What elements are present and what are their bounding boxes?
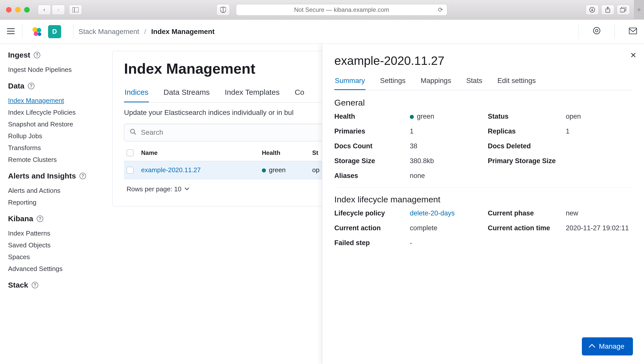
index-name-link[interactable]: example-2020.11.27 — [141, 166, 262, 174]
svg-point-10 — [32, 27, 37, 32]
sidebar-item[interactable]: Transforms — [8, 142, 97, 154]
help-icon[interactable]: ? — [32, 282, 38, 288]
svg-point-14 — [593, 27, 600, 34]
flyout-tab[interactable]: Summary — [334, 73, 366, 90]
flyout-tab[interactable]: Stats — [466, 73, 483, 90]
svg-point-12 — [34, 31, 38, 36]
manage-label: Manage — [599, 342, 624, 350]
label-failed-step: Failed step — [334, 239, 407, 247]
chevron-down-icon — [184, 185, 189, 193]
close-flyout-button[interactable]: ✕ — [630, 51, 636, 60]
sidebar-group-title: Alerts and Insights? — [8, 172, 97, 180]
svg-rect-16 — [629, 28, 637, 34]
value-status: open — [566, 113, 632, 120]
ilm-grid: Lifecycle policy delete-20-days Current … — [334, 209, 632, 247]
browser-chrome: ‹ › Not Secure — kibana.example.com ⟳ + — [0, 0, 644, 20]
value-primaries: 1 — [410, 127, 485, 135]
tab[interactable]: Co — [294, 84, 305, 102]
health-dot-icon — [410, 115, 414, 119]
label-docs-count: Docs Count — [334, 142, 407, 150]
newsfeed-icon[interactable] — [629, 27, 637, 36]
url-text: Not Secure — kibana.example.com — [294, 6, 389, 13]
minimize-window-icon[interactable] — [15, 7, 21, 13]
reload-icon[interactable]: ⟳ — [438, 6, 443, 13]
app-header: D Stack Management / Index Management — [0, 20, 644, 44]
sidebar: Ingest?Ingest Node PipelinesData?Index M… — [0, 44, 105, 364]
label-current-action: Current action — [334, 224, 407, 232]
url-bar[interactable]: Not Secure — kibana.example.com ⟳ — [236, 4, 447, 16]
help-icon[interactable]: ? — [37, 215, 43, 222]
privacy-shield-button[interactable] — [216, 4, 230, 16]
value-aliases: none — [410, 172, 485, 180]
sidebar-group-title: Kibana? — [8, 214, 97, 223]
close-window-icon[interactable] — [6, 7, 12, 13]
sidebar-toggle-button[interactable] — [69, 5, 82, 15]
flyout-tab[interactable]: Settings — [380, 73, 406, 90]
zoom-window-icon[interactable] — [24, 7, 30, 13]
label-lifecycle-policy: Lifecycle policy — [334, 209, 407, 217]
value-current-phase: new — [566, 209, 632, 217]
label-current-action-time: Current action time — [488, 224, 563, 232]
window-controls — [6, 7, 30, 13]
row-checkbox[interactable] — [127, 167, 134, 174]
new-tab-button[interactable]: + — [634, 0, 644, 20]
manage-button[interactable]: Manage — [582, 337, 633, 355]
breadcrumb: Stack Management / Index Management — [78, 28, 215, 36]
divider — [615, 25, 615, 39]
value-lifecycle-policy[interactable]: delete-20-days — [410, 209, 485, 217]
tab[interactable]: Index Templates — [224, 84, 280, 102]
menu-button[interactable] — [7, 27, 17, 36]
svg-point-17 — [131, 129, 135, 133]
svg-point-15 — [595, 29, 598, 32]
value-replicas: 1 — [566, 127, 632, 135]
back-button[interactable]: ‹ — [38, 5, 51, 15]
chevron-up-icon — [589, 344, 595, 350]
help-icon[interactable] — [593, 27, 600, 36]
help-icon[interactable]: ? — [28, 83, 34, 89]
pager-label: Rows per page: 10 — [127, 185, 181, 193]
value-current-action: complete — [410, 224, 485, 232]
tab[interactable]: Indices — [124, 84, 149, 102]
label-current-phase: Current phase — [488, 209, 563, 217]
breadcrumb-parent[interactable]: Stack Management — [78, 28, 139, 36]
column-name[interactable]: Name — [141, 149, 262, 156]
sidebar-item[interactable]: Index Patterns — [8, 228, 97, 239]
sidebar-item[interactable]: Reporting — [8, 197, 97, 208]
help-icon[interactable]: ? — [34, 52, 40, 58]
tabs-button[interactable] — [617, 5, 630, 15]
divider — [579, 25, 579, 39]
sidebar-item[interactable]: Index Lifecycle Policies — [8, 107, 97, 118]
elastic-logo-icon[interactable] — [30, 25, 44, 38]
downloads-button[interactable] — [586, 5, 599, 15]
sidebar-item[interactable]: Rollup Jobs — [8, 130, 97, 142]
flyout-tab[interactable]: Mappings — [420, 73, 452, 90]
flyout-tabs: SummarySettingsMappingsStatsEdit setting… — [334, 73, 632, 90]
sidebar-item[interactable]: Saved Objects — [8, 239, 97, 251]
column-health[interactable]: Health — [262, 149, 312, 156]
sidebar-item[interactable]: Remote Clusters — [8, 154, 97, 166]
forward-button[interactable]: › — [52, 5, 65, 15]
tab[interactable]: Data Streams — [163, 84, 210, 102]
share-button[interactable] — [601, 5, 614, 15]
section-general-title: General — [334, 98, 632, 108]
value-primary-storage — [566, 157, 632, 165]
divider — [73, 25, 73, 39]
space-selector[interactable]: D — [48, 25, 61, 38]
sidebar-item[interactable]: Index Management — [8, 95, 97, 107]
value-current-action-time: 2020-11-27 19:02:11 — [566, 224, 632, 232]
breadcrumb-current: Index Management — [151, 28, 215, 36]
sidebar-item[interactable]: Snapshot and Restore — [8, 118, 97, 130]
help-icon[interactable]: ? — [79, 173, 86, 179]
flyout-title: example-2020.11.27 — [334, 54, 632, 68]
sidebar-item[interactable]: Alerts and Actions — [8, 185, 97, 197]
select-all-checkbox[interactable] — [127, 149, 134, 156]
sidebar-item[interactable]: Spaces — [8, 251, 97, 263]
flyout-tab[interactable]: Edit settings — [497, 73, 536, 90]
sidebar-item[interactable]: Ingest Node Pipelines — [8, 64, 97, 76]
sidebar-item[interactable]: Advanced Settings — [8, 263, 97, 275]
divider — [334, 187, 632, 188]
label-aliases: Aliases — [334, 172, 407, 180]
label-health: Health — [334, 113, 407, 120]
sidebar-group-title: Ingest? — [8, 51, 97, 59]
svg-point-11 — [37, 28, 41, 32]
